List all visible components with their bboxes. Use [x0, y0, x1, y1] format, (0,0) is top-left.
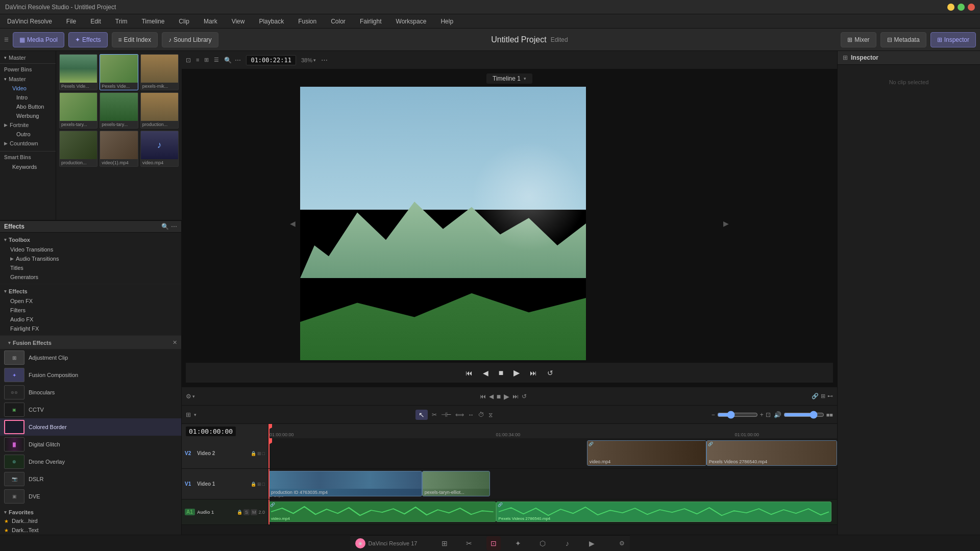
media-thumb-0[interactable]: Pexels Vide... — [59, 54, 97, 90]
minimize-button[interactable] — [947, 4, 954, 11]
menu-file[interactable]: File — [63, 17, 79, 26]
inspector-button[interactable]: ⊞ Inspector — [930, 32, 976, 47]
volume-slider[interactable] — [783, 411, 824, 419]
timeline-zoom-slider[interactable] — [717, 411, 758, 419]
clip-a1-2[interactable]: Pexels Videos 2786540.mp4 🔗 — [496, 502, 831, 522]
preview-go-end-button[interactable]: ▶ — [723, 219, 729, 228]
preview-go-start-button[interactable]: ◀ — [290, 219, 296, 228]
media-thumb-4[interactable]: pexels-tary... — [100, 92, 138, 129]
media-thumb-7[interactable]: video(1).mp4 — [100, 131, 138, 167]
toolbox-video-transitions[interactable]: Video Transitions — [0, 245, 181, 254]
effect-drone-overlay[interactable]: ⊕ Drone Overlay — [0, 453, 181, 470]
track-v2-audio-icon[interactable]: □ — [262, 451, 265, 456]
loop-button[interactable]: ↺ — [544, 367, 556, 379]
search-icon[interactable]: 🔍 — [224, 57, 232, 64]
track-a1-s-button[interactable]: S — [243, 509, 250, 515]
slip-tool-icon[interactable]: ↔ — [468, 411, 474, 418]
clip-v2-2[interactable]: 🔗 Pexels Videos 2786540.mp4 — [706, 440, 837, 466]
toolbox-generators[interactable]: Generators — [0, 272, 181, 282]
effect-colored-border[interactable]: Colored Border — [0, 418, 181, 436]
zoom-in-icon[interactable]: + — [760, 411, 764, 418]
sub-toolbar-toggle[interactable]: ⊡ — [186, 57, 191, 64]
effect-digital-glitch[interactable]: ▓ Digital Glitch — [0, 436, 181, 453]
effect-dve[interactable]: ▣ DVE — [0, 488, 181, 505]
track-v1-audio-icon[interactable]: □ — [262, 482, 265, 487]
bin-fortnite[interactable]: ▶ Fortnite — [0, 120, 56, 130]
fusion-effects-close-icon[interactable]: ✕ — [173, 339, 177, 346]
timeline-ruler[interactable]: 01:00:00:00 01:00:34:00 01:01:00:00 — [268, 424, 837, 438]
trim-tool-icon[interactable]: ⊣⊢ — [441, 411, 451, 418]
favorites-header[interactable]: ▾ Favorites — [0, 507, 181, 516]
toolbox-filters[interactable]: Filters — [0, 306, 181, 315]
favorite-2[interactable]: ★ Dark...Text — [0, 525, 181, 535]
fusion-effects-header[interactable]: ▾ Fusion Effects — [4, 338, 56, 347]
track-a1-lock-icon[interactable]: 🔒 — [237, 510, 242, 515]
bin-video[interactable]: Video — [0, 84, 56, 93]
tl-play-icon[interactable]: ▶ — [504, 392, 509, 400]
track-a1-m-button[interactable]: M — [251, 509, 258, 515]
nav-edit-icon[interactable]: ⊡ — [486, 536, 501, 550]
timeline-marker-icon[interactable]: ⊷ — [827, 393, 833, 399]
zoom-out-icon[interactable]: − — [712, 411, 715, 418]
zoom-fit-icon[interactable]: ⊡ — [766, 411, 771, 418]
nav-fusion-icon[interactable]: ✦ — [511, 536, 525, 550]
timeline-settings-icon[interactable]: ⚙ — [186, 393, 191, 400]
retime-icon[interactable]: ⏱ — [478, 411, 484, 418]
track-v2-visibility-icon[interactable]: ⊞ — [257, 451, 261, 456]
effect-fusion-composition[interactable]: ✦ Fusion Composition — [0, 366, 181, 384]
close-button[interactable] — [968, 4, 975, 11]
stop-button[interactable]: ■ — [496, 366, 507, 380]
toolbar-clip-icon[interactable]: ⋯ — [321, 56, 328, 64]
menu-playback[interactable]: Playback — [256, 17, 287, 26]
timeline-link-icon[interactable]: 🔗 — [812, 393, 819, 399]
effects-section-header[interactable]: ▾ Effects — [0, 286, 181, 296]
toolbox-audio-fx[interactable]: Audio FX — [0, 315, 181, 324]
bin-countdown[interactable]: ▶ Countdown — [0, 139, 56, 148]
blade-tool-icon[interactable]: ✂ — [432, 411, 437, 418]
toolbox-open-fx[interactable]: Open FX — [0, 296, 181, 306]
track-v1-visibility-icon[interactable]: ⊞ — [257, 482, 261, 487]
media-thumb-2[interactable]: pexels-mik... — [140, 54, 179, 90]
timeline-selector[interactable]: Timeline 1 ▾ — [486, 73, 532, 84]
menu-fusion[interactable]: Fusion — [295, 17, 320, 26]
view-list-icon[interactable]: ≡ — [194, 56, 201, 64]
timeline-dropdown-icon[interactable]: ▾ — [192, 394, 195, 399]
view-grid-icon[interactable]: ⊞ — [202, 56, 211, 64]
menu-davinci-resolve[interactable]: DaVinci Resolve — [4, 17, 55, 26]
media-thumb-3[interactable]: pexels-tary... — [59, 92, 97, 129]
menu-clip[interactable]: Clip — [176, 17, 192, 26]
bin-outro[interactable]: Outro — [0, 130, 56, 139]
menu-workspace[interactable]: Workspace — [393, 17, 430, 26]
zoom-dropdown-icon[interactable]: ▾ — [313, 58, 316, 63]
track-v2-lock-icon[interactable]: 🔒 — [251, 451, 256, 456]
clip-v1-2[interactable]: pexels-taryn-elliot... — [422, 471, 491, 496]
maximize-button[interactable] — [958, 4, 965, 11]
bin-keywords[interactable]: Keywords — [0, 162, 56, 171]
menu-color[interactable]: Color — [328, 17, 349, 26]
clip-v1-1[interactable]: production ID 4763035.mp4 — [268, 471, 422, 496]
media-thumb-8[interactable]: ♪ video.mp4 — [140, 131, 179, 167]
go-to-start-button[interactable]: ⏮ — [462, 367, 476, 379]
step-back-button[interactable]: ◀ — [480, 367, 492, 379]
tl-step-back-icon[interactable]: ◀ — [489, 393, 494, 400]
sound-library-button[interactable]: ♪ Sound Library — [162, 32, 218, 47]
toolbar-more-icon[interactable]: ⋯ — [235, 57, 241, 64]
effect-binoculars[interactable]: ⊚⊚ Binoculars — [0, 384, 181, 401]
clip-v2-1[interactable]: 🔗 video.mp4 — [587, 440, 706, 466]
nav-color-icon[interactable]: ⬡ — [535, 536, 550, 550]
status-settings-icon[interactable]: ⚙ — [619, 540, 625, 547]
menu-edit[interactable]: Edit — [87, 17, 104, 26]
toolbox-fairlight-fx[interactable]: Fairlight FX — [0, 324, 181, 333]
media-thumb-1[interactable]: Pexels Vide... — [100, 54, 138, 90]
bin-werbung[interactable]: Werbung — [0, 111, 56, 120]
menu-fairlight[interactable]: Fairlight — [357, 17, 385, 26]
transform-icon[interactable]: ⧖ — [488, 411, 493, 418]
go-to-end-button[interactable]: ⏭ — [527, 367, 540, 379]
menu-trim[interactable]: Trim — [112, 17, 131, 26]
edit-index-button[interactable]: ≡ Edit Index — [112, 32, 158, 47]
power-bins-master[interactable]: ▾ Master — [0, 74, 56, 84]
play-button[interactable]: ▶ — [510, 366, 523, 380]
metadata-button[interactable]: ⊟ Metadata — [880, 32, 926, 47]
dynamic-trim-icon[interactable]: ⟺ — [455, 411, 464, 418]
tl-loop-icon[interactable]: ↺ — [522, 393, 527, 400]
